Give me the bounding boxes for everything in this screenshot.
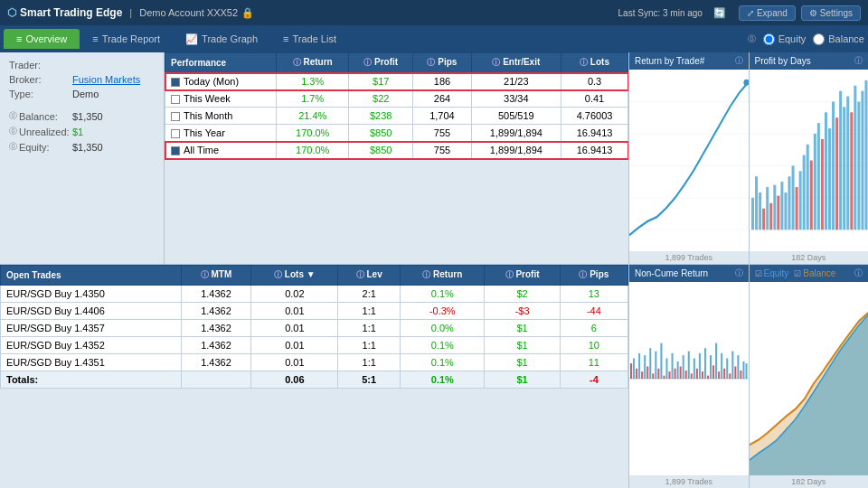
svg-rect-41 — [864, 80, 867, 230]
svg-rect-67 — [696, 369, 698, 379]
checkbox-balance: ☑ — [794, 269, 801, 278]
row-checkbox[interactable] — [171, 129, 180, 138]
perf-profit: $238 — [349, 108, 413, 125]
broker-value[interactable]: Fusion Markets — [72, 74, 140, 85]
trade-return: 0.1% — [401, 286, 485, 303]
chart-info-icon4: ⓘ — [854, 267, 863, 279]
perf-pips: 186 — [413, 73, 471, 90]
svg-rect-73 — [712, 365, 714, 379]
svg-rect-54 — [660, 343, 662, 379]
perf-name: This Week — [165, 90, 277, 108]
chart-info-icon: ⓘ — [735, 55, 743, 67]
non-cume-svg — [629, 282, 749, 475]
type-label: Type: — [9, 89, 72, 99]
svg-rect-21 — [791, 165, 794, 230]
trade-lots: 0.01 — [251, 354, 338, 371]
header-divider: | — [129, 7, 132, 18]
balance-radio[interactable]: Balance — [813, 33, 864, 45]
perf-return: 170.0% — [277, 142, 349, 159]
trade-lots: 0.01 — [251, 337, 338, 354]
trade-profit: -$3 — [485, 303, 560, 320]
svg-rect-22 — [795, 187, 797, 230]
tab-trade-graph[interactable]: 📈 Trade Graph — [173, 29, 270, 50]
bottom-row: Open Trades ⓘ MTM ⓘ Lots ▼ ⓘ Lev ⓘ Retur… — [0, 265, 868, 488]
trade-mtm: 1.4362 — [181, 354, 251, 371]
tab-trade-report[interactable]: ≡ Trade Report — [80, 29, 173, 49]
equity-row: ⓪Equity: $1,350 — [9, 141, 155, 153]
perf-lots: 16.9413 — [561, 125, 628, 142]
table-row: This Year 170.0% $850 755 1,899/1,894 16… — [165, 125, 628, 142]
settings-icon: ⚙ — [809, 8, 817, 18]
svg-rect-62 — [683, 355, 684, 379]
table-row: This Month 21.4% $238 1,704 505/519 4.76… — [165, 108, 628, 125]
profit-by-days-chart: Profit by Days ⓘ — [750, 52, 869, 264]
logo-icon: ⬡ — [7, 6, 16, 19]
perf-profit: $850 — [349, 125, 413, 142]
svg-rect-81 — [734, 366, 736, 379]
trade-lots: 0.02 — [251, 286, 338, 303]
svg-rect-75 — [718, 371, 720, 379]
trade-name: EUR/SGD Buy 1.4357 — [1, 320, 182, 337]
svg-rect-71 — [707, 376, 709, 379]
svg-rect-43 — [630, 363, 632, 379]
svg-rect-56 — [665, 358, 667, 379]
equity-radio[interactable]: Equity — [763, 33, 807, 45]
svg-rect-24 — [802, 155, 805, 230]
perf-name: This Year — [165, 125, 277, 142]
perf-entr-exit: 1,899/1,894 — [471, 142, 561, 159]
trade-name: EUR/SGD Buy 1.4351 — [1, 354, 182, 371]
svg-rect-20 — [788, 176, 790, 230]
col-performance: Performance — [165, 53, 277, 73]
trade-pips: 13 — [560, 286, 627, 303]
trader-info-panel: Trader: Broker: Fusion Markets Type: Dem… — [0, 52, 165, 264]
trade-row: EUR/SGD Buy 1.4351 1.4362 0.01 1:1 0.1% … — [1, 354, 628, 371]
svg-rect-49 — [646, 366, 648, 379]
svg-rect-10 — [751, 198, 754, 230]
chart-canvas-non-cume — [629, 282, 749, 475]
tab-trade-list[interactable]: ≡ Trade List — [270, 29, 349, 49]
trade-row: EUR/SGD Buy 1.4350 1.4362 0.02 2:1 0.1% … — [1, 286, 628, 303]
svg-rect-51 — [652, 373, 654, 379]
row-checkbox[interactable] — [171, 146, 180, 155]
trade-lots: 0.01 — [251, 303, 338, 320]
perf-profit: $17 — [349, 73, 413, 90]
row-checkbox[interactable] — [171, 78, 180, 87]
trade-lots: 0.01 — [251, 320, 338, 337]
perf-pips: 755 — [413, 125, 471, 142]
col-pips: ⓘ Pips — [413, 53, 471, 73]
trader-row: Trader: — [9, 60, 155, 70]
trade-row: EUR/SGD Buy 1.4406 1.4362 0.01 1:1 -0.3%… — [1, 303, 628, 320]
sync-status: Last Sync: 3 min ago — [618, 8, 703, 18]
svg-rect-30 — [824, 112, 826, 230]
performance-panel: Performance ⓘ Return ⓘ Profit ⓘ Pips ⓘ E… — [165, 52, 629, 264]
svg-rect-15 — [769, 203, 772, 230]
balance-row: ⓪Balance: $1,350 — [9, 110, 155, 122]
svg-rect-28 — [816, 123, 819, 230]
svg-rect-57 — [668, 371, 670, 379]
equity-svg — [750, 282, 869, 475]
trade-mtm: 1.4362 — [181, 337, 251, 354]
trade-name: EUR/SGD Buy 1.4406 — [1, 303, 182, 320]
col-mtm: ⓘ MTM — [181, 266, 251, 286]
svg-rect-36 — [846, 97, 849, 230]
svg-rect-35 — [843, 107, 845, 230]
settings-button[interactable]: ⚙ Settings — [801, 5, 861, 21]
svg-rect-77 — [723, 369, 725, 379]
svg-rect-11 — [755, 176, 758, 230]
totals-profit: $1 — [485, 371, 560, 389]
chart-canvas-profit — [750, 70, 869, 251]
expand-button[interactable]: ⤢ Expand — [739, 5, 796, 21]
perf-entr-exit: 21/23 — [471, 73, 561, 90]
list-icon: ≡ — [283, 33, 288, 44]
svg-rect-31 — [827, 128, 830, 230]
trade-lev: 2:1 — [338, 286, 401, 303]
tab-overview[interactable]: ≡ Overview — [4, 29, 80, 49]
svg-rect-13 — [762, 209, 765, 230]
equity-legend: ☑ Equity ☑ Balance — [755, 268, 836, 278]
svg-rect-37 — [850, 112, 853, 230]
perf-return: 1.7% — [277, 90, 349, 108]
row-checkbox[interactable] — [171, 95, 180, 104]
unrealized-label: ⓪Unrealized: — [9, 126, 72, 137]
row-checkbox[interactable] — [171, 112, 180, 121]
totals-lots: 0.06 — [251, 371, 338, 389]
